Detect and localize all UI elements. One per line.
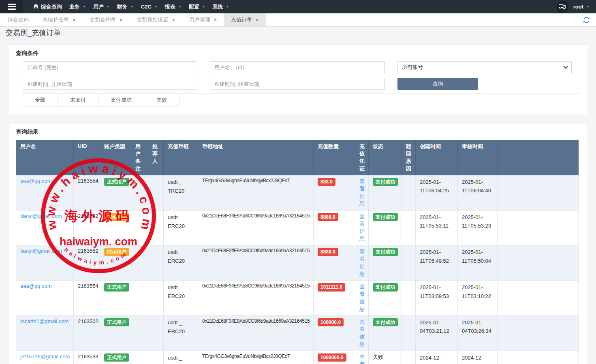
username-link[interactable]: jnf15719@gmail.com xyxy=(20,353,70,360)
cell-chain: usdt _ ERC20 xyxy=(164,210,198,245)
account-type-badge: 演示用户 xyxy=(104,248,129,256)
cell-referrer xyxy=(148,351,164,364)
filter-tab-全部[interactable]: 全部 xyxy=(23,94,58,106)
created-time: 2025-01-11T05:49:52 xyxy=(420,248,453,265)
cell-username: jnf15719@gmail.com xyxy=(16,351,74,364)
cell-address: 0x21DcE68F3ffE9Ab8CC9f6d9adc1669aA321645… xyxy=(198,210,314,245)
nav-item-label: 综合查询 xyxy=(41,3,62,11)
close-icon[interactable]: ✕ xyxy=(72,17,76,23)
view-info-link[interactable]: 查看信息 xyxy=(359,178,365,208)
filter-tab-未支付[interactable]: 未支付 xyxy=(58,94,98,106)
chain-text: usdt _ ERC20 xyxy=(168,283,190,301)
tab-交割场控设置[interactable]: 交割场控设置✕ xyxy=(130,13,182,26)
audit-time: 2024-12-19T00:19:55 xyxy=(462,353,493,364)
tab-综合查询[interactable]: 综合查询 xyxy=(1,13,36,26)
cell-created-time: 2024-12-19T00:18:29 xyxy=(416,351,458,364)
nav-item-label: 业务 xyxy=(69,3,80,11)
close-icon[interactable]: ✕ xyxy=(119,17,123,23)
nav-item-系统[interactable]: 系统▼ xyxy=(209,0,233,13)
nav-item-C2C[interactable]: C2C▼ xyxy=(137,0,161,13)
cell-reject-reason xyxy=(402,281,416,316)
amount-badge: 1000000.0 xyxy=(318,353,346,362)
hamburger-menu-icon[interactable] xyxy=(0,0,23,13)
view-info-link[interactable]: 查看信息 xyxy=(359,283,365,313)
view-info-link[interactable]: 查看信息 xyxy=(359,353,365,364)
chevron-down-icon: ▼ xyxy=(226,5,229,9)
chevron-down-icon: ▼ xyxy=(202,5,205,9)
cell-empty xyxy=(498,245,579,281)
close-icon[interactable]: ✕ xyxy=(171,17,175,23)
username-link[interactable]: aaa@qq.com xyxy=(20,178,52,184)
view-info-link[interactable]: 查看信息 xyxy=(359,318,365,348)
cell-user-remark xyxy=(131,281,148,316)
cell-username: rscarfo1@gmail.com xyxy=(16,316,74,351)
amount-badge: 888.0 xyxy=(318,178,335,186)
cell-empty xyxy=(498,175,579,210)
username-link[interactable]: tianyi@gmail.com xyxy=(20,213,62,219)
cell-user-remark xyxy=(131,351,148,364)
end-date-input[interactable] xyxy=(210,78,385,90)
nav-item-财务[interactable]: 财务▼ xyxy=(113,0,137,13)
cell-reject-reason xyxy=(402,175,416,210)
start-date-input[interactable] xyxy=(23,78,197,90)
chevron-down-icon xyxy=(563,64,568,68)
cell-user-remark xyxy=(131,175,148,210)
view-info-link[interactable]: 查看信息 xyxy=(359,248,365,278)
query-conditions-panel: 查询条件 所有账号 查询 全部未支付支付成功失败 xyxy=(8,45,588,115)
username-link[interactable]: tianyi@gmail.com xyxy=(20,248,62,254)
messages-button[interactable] xyxy=(556,1,568,13)
cell-address: TErgx4GG3v6ghaEuVuNbsjyiBcx2J8QEoT xyxy=(198,351,314,364)
account-type-badge: 演示用户 xyxy=(104,213,129,221)
tab-label: 交割场控设置 xyxy=(137,16,168,23)
nav-menus: 综合查询业务▼用户▼财务▼C2C▼报表▼配置▼系统▼ xyxy=(30,0,233,13)
view-info-link[interactable]: 查看信息 xyxy=(359,213,365,243)
nav-item-用户[interactable]: 用户▼ xyxy=(90,0,113,13)
username-link[interactable]: aaa@qq.com xyxy=(20,283,52,289)
chain-text: usdt _ TRC20 xyxy=(168,353,190,364)
address-text: TErgx4GG3v6ghaEuVuNbsjyiBcx2J8QEoT xyxy=(202,178,309,183)
username-uid-input[interactable] xyxy=(210,61,385,73)
results-table: 用户名UID账户类型用户备注推荐人充值币链币链地址充值数量充值凭证状态驳回原因创… xyxy=(16,140,579,364)
column-header-empty xyxy=(498,140,579,175)
tab-用户管理[interactable]: 用户管理✕ xyxy=(182,13,224,26)
cell-status: 失败 xyxy=(369,351,402,364)
cell-audit-time: 2025-01-04T03:26:34 xyxy=(458,316,498,351)
column-header-充值数量: 充值数量 xyxy=(314,140,355,175)
chevron-down-icon: ▼ xyxy=(83,5,86,9)
cell-status: 支付成功 xyxy=(369,210,402,245)
amount-badge: 1011111.0 xyxy=(318,283,345,291)
created-time: 2024-12-19T00:18:29 xyxy=(420,353,453,364)
user-menu[interactable]: root▼ xyxy=(573,4,590,10)
cell-reject-reason xyxy=(402,351,416,364)
tab-永续持仓单[interactable]: 永续持仓单✕ xyxy=(36,13,83,26)
chevron-down-icon: ▼ xyxy=(154,5,158,9)
audit-time: 2025-01-11T03:10:22 xyxy=(462,283,493,300)
filter-tab-支付成功[interactable]: 支付成功 xyxy=(98,94,144,106)
cell-reject-reason xyxy=(402,245,416,281)
query-panel-title: 查询条件 xyxy=(16,50,580,57)
refresh-button[interactable] xyxy=(583,13,596,26)
cell-amount: 888.0 xyxy=(314,175,355,210)
order-number-input[interactable] xyxy=(23,61,197,73)
close-icon[interactable]: ✕ xyxy=(255,17,259,23)
nav-item-综合查询[interactable]: 综合查询 xyxy=(30,0,66,13)
page-title: 交易所_充值订单 xyxy=(6,29,590,37)
tab-充值订单[interactable]: 充值订单✕ xyxy=(224,13,266,26)
cell-created-time: 2025-01-11T03:09:53 xyxy=(416,281,458,316)
tab-交割合约单[interactable]: 交割合约单✕ xyxy=(83,13,130,26)
cell-empty xyxy=(498,281,579,316)
cell-account-type: 演示用户 xyxy=(100,210,131,245)
filter-tab-失败[interactable]: 失败 xyxy=(144,94,179,106)
nav-item-报表[interactable]: 报表▼ xyxy=(161,0,185,13)
close-icon[interactable]: ✕ xyxy=(214,17,217,23)
column-header-label: 推荐人 xyxy=(152,143,158,165)
search-button[interactable]: 查询 xyxy=(397,78,478,90)
table-row: rscarfo1@gmail.com2163502正式用户usdt _ ERC2… xyxy=(16,316,579,351)
nav-item-业务[interactable]: 业务▼ xyxy=(66,0,90,13)
refresh-icon xyxy=(583,16,590,24)
username-link[interactable]: rscarfo1@gmail.com xyxy=(20,318,68,324)
nav-item-配置[interactable]: 配置▼ xyxy=(185,0,209,13)
cell-referrer xyxy=(148,281,164,316)
account-type-select[interactable]: 所有账号 xyxy=(397,61,572,73)
created-time: 2025-01-11T03:09:53 xyxy=(420,283,453,300)
